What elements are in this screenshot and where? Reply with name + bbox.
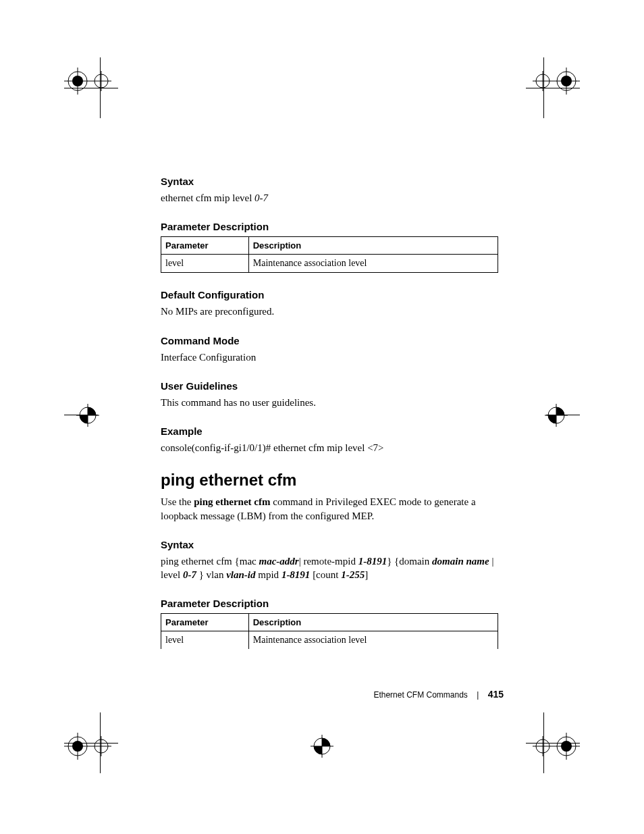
s2a1: mac-addr [259,556,298,567]
s2a7: 1-255 [341,569,365,580]
footer-page: 415 [488,689,504,700]
user-guidelines-text: This command has no user guidelines. [161,396,498,409]
main-bold: ping ethernet cfm [194,496,270,507]
main-command-heading: ping ethernet cfm [161,471,498,490]
param1-row1-param: level [161,255,249,273]
syntax1-prefix: ethernet cfm mip level [161,192,254,203]
syntax-text-2: ping ethernet cfm {mac mac-addr| remote-… [161,554,498,582]
s2a4: 0-7 [183,569,199,580]
command-mode-heading: Command Mode [161,335,498,346]
syntax1-arg: 0-7 [254,192,268,203]
page-footer: Ethernet CFM Commands | 415 [373,689,504,700]
s2a2: 1-8191 [358,556,387,567]
registration-mark-icon [64,723,111,770]
s2a5: vlan-id [226,569,258,580]
syntax-heading-1: Syntax [161,176,498,187]
registration-mark-icon [64,392,111,439]
syntax-heading-2: Syntax [161,539,498,550]
registration-mark-icon [64,57,111,105]
param-table-2: Parameter Description level Maintenance … [161,613,498,649]
footer-pipe: | [477,690,479,700]
footer-section: Ethernet CFM Commands [373,690,467,700]
default-config-heading: Default Configuration [161,289,498,301]
param2-row1-param: level [161,631,249,650]
s2a3: domain name [432,556,489,567]
param-desc-heading-1: Parameter Description [161,221,498,232]
main-t1: Use the [161,496,194,507]
s2t3: } {domain [387,556,432,567]
main-desc: Use the ping ethernet cfm command in Pri… [161,495,498,523]
param1-col1: Parameter [161,237,249,255]
param1-row1-desc: Maintenance association level [248,255,498,273]
syntax-text-1: ethernet cfm mip level 0-7 [161,191,498,205]
param1-col2: Description [248,237,498,255]
param2-row1-desc: Maintenance association level [248,631,498,650]
example-heading: Example [161,425,498,437]
command-mode-text: Interface Configuration [161,350,498,364]
s2a6: 1-8191 [281,569,313,580]
s2t2: | remote-mpid [299,556,358,567]
param2-col1: Parameter [161,614,249,631]
user-guidelines-heading: User Guidelines [161,380,498,392]
registration-mark-icon [533,57,580,105]
registration-mark-icon [533,723,580,770]
s2t1: ping ethernet cfm {mac [161,556,259,567]
s2t8: ] [365,569,368,580]
registration-mark-icon [298,723,346,770]
example-text: console(config-if-gi1/0/1)# ethernet cfm… [161,441,498,454]
param-desc-heading-2: Parameter Description [161,598,498,609]
s2t6: mpid [258,569,281,580]
param-table-1: Parameter Description level Maintenance … [161,236,498,273]
registration-mark-icon [533,392,580,439]
param2-col2: Description [248,614,498,631]
s2t7: [count [313,569,341,580]
s2t5: } vlan [199,569,227,580]
default-config-text: No MIPs are preconfigured. [161,305,498,318]
